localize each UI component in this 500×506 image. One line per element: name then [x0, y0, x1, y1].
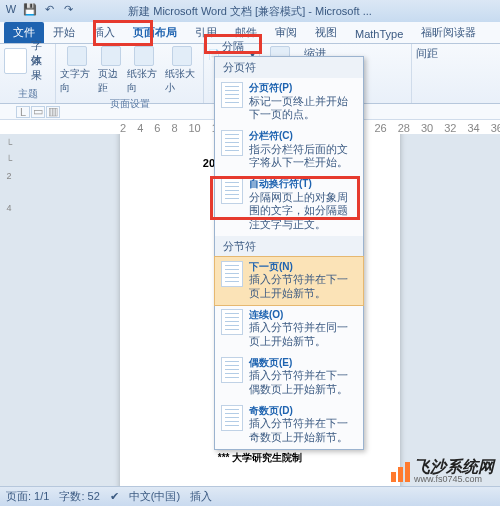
redo-icon[interactable]: ↷ — [61, 2, 75, 16]
status-proofing-icon[interactable]: ✔ — [110, 490, 119, 503]
ribbon-group-page-setup: 文字方向 页边距 纸张方向 纸张大小 页面设置 — [56, 44, 204, 103]
title-bar: W 💾 ↶ ↷ 新建 Microsoft Word 文档 [兼容模式] - Mi… — [0, 0, 500, 22]
page-imprint: *** 大学研究生院制 — [150, 451, 370, 465]
dd-item-continuous[interactable]: 连续(O)插入分节符并在同一页上开始新节。 — [215, 305, 363, 353]
status-language[interactable]: 中文(中国) — [129, 489, 180, 504]
dd-item-page-break[interactable]: 分页符(P)标记一页终止并开始下一页的点。 — [215, 78, 363, 126]
margins-label: 页边距 — [98, 67, 123, 95]
ribbon-group-themes: 字体 效果 主题 — [0, 44, 56, 103]
watermark-url: www.fs0745.com — [414, 475, 494, 484]
size-label: 纸张大小 — [165, 67, 199, 95]
vt-box-3[interactable]: ▥ — [46, 106, 60, 118]
orientation-icon[interactable] — [134, 46, 154, 66]
vt-box-2[interactable]: ▭ — [31, 106, 45, 118]
text-direction-label: 文字方向 — [60, 67, 94, 95]
word-icon: W — [4, 2, 18, 16]
site-watermark: 飞沙系统网 www.fs0745.com — [391, 459, 494, 484]
dd-item-column-break[interactable]: 分栏符(C)指示分栏符后面的文字将从下一栏开始。 — [215, 126, 363, 174]
group-label-page-setup: 页面设置 — [60, 97, 199, 111]
odd-page-icon — [221, 405, 243, 431]
dd-item-next-page[interactable]: 下一页(N)插入分节符并在下一页上开始新节。 — [215, 257, 363, 305]
page-break-icon — [221, 82, 243, 108]
dd-section-section-breaks: 分节符 — [215, 236, 363, 257]
dd-section-page-breaks: 分页符 — [215, 57, 363, 78]
column-break-icon — [221, 130, 243, 156]
tab-insert[interactable]: 插入 — [84, 22, 124, 43]
themes-icon[interactable] — [4, 48, 27, 74]
effects-button[interactable]: 效果 — [31, 61, 51, 75]
next-page-icon — [221, 261, 243, 287]
status-bar: 页面: 1/1 字数: 52 ✔ 中文(中国) 插入 — [0, 486, 500, 506]
dd-item-odd-page[interactable]: 奇数页(D)插入分节符并在下一奇数页上开始新节。 — [215, 401, 363, 449]
ribbon-group-spacing: 间距 — [412, 44, 472, 103]
status-words[interactable]: 字数: 52 — [59, 489, 99, 504]
continuous-icon — [221, 309, 243, 335]
tab-foxit[interactable]: 福昕阅读器 — [412, 22, 485, 43]
group-label-themes: 主题 — [4, 87, 51, 101]
text-direction-icon[interactable] — [67, 46, 87, 66]
spacing-heading: 间距 — [416, 46, 438, 61]
breaks-dropdown: 分页符 分页符(P)标记一页终止并开始下一页的点。 分栏符(C)指示分栏符后面的… — [214, 56, 364, 450]
window-title: 新建 Microsoft Word 文档 [兼容模式] - Microsoft … — [128, 4, 372, 19]
vertical-ruler: └└24 — [2, 136, 16, 216]
size-icon[interactable] — [172, 46, 192, 66]
margins-icon[interactable] — [101, 46, 121, 66]
tab-references[interactable]: 引用 — [186, 22, 226, 43]
status-insert-mode[interactable]: 插入 — [190, 489, 212, 504]
dd-item-even-page[interactable]: 偶数页(E)插入分节符并在下一偶数页上开始新节。 — [215, 353, 363, 401]
vt-box-1[interactable]: L — [16, 106, 30, 118]
orientation-label: 纸张方向 — [127, 67, 161, 95]
tab-view[interactable]: 视图 — [306, 22, 346, 43]
tab-mathtype[interactable]: MathType — [346, 25, 412, 43]
tab-page-layout[interactable]: 页面布局 — [124, 22, 186, 43]
watermark-bars-icon — [391, 462, 410, 482]
quick-access-toolbar: W 💾 ↶ ↷ — [4, 2, 75, 16]
undo-icon[interactable]: ↶ — [42, 2, 56, 16]
watermark-name: 飞沙系统网 — [414, 459, 494, 475]
tab-review[interactable]: 审阅 — [266, 22, 306, 43]
ribbon-tabs: 文件 开始 插入 页面布局 引用 邮件 审阅 视图 MathType 福昕阅读器 — [0, 22, 500, 44]
even-page-icon — [221, 357, 243, 383]
dd-item-text-wrap[interactable]: 自动换行符(T)分隔网页上的对象周围的文字，如分隔题注文字与正文。 — [215, 174, 363, 236]
status-page[interactable]: 页面: 1/1 — [6, 489, 49, 504]
text-wrap-icon — [221, 178, 243, 204]
save-icon[interactable]: 💾 — [23, 2, 37, 16]
